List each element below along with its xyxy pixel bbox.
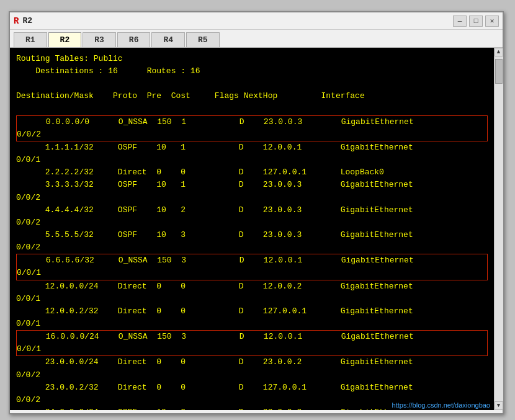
scrollbar[interactable]: ▲ ▼ (494, 48, 503, 410)
scroll-track[interactable] (495, 56, 503, 401)
table-row: 1.1.1.1/32 OSPF 10 1 D 12.0.0.1 GigabitE… (16, 141, 488, 154)
tab-r4[interactable]: R4 (151, 32, 185, 47)
col-headers: Destination/Mask Proto Pre Cost Flags Ne… (16, 90, 488, 102)
header-line1: Routing Tables: Public (16, 53, 488, 65)
terminal-wrapper: Routing Tables: Public Destinations : 16… (10, 48, 503, 410)
table-row-iface: 0/0/2 (16, 217, 488, 229)
url-bar: https://blog.csdn.net/daxiongbao (388, 400, 494, 410)
main-window: R R2 — □ ✕ R1 R2 R3 R6 R4 R5 Routing Tab… (9, 11, 504, 414)
row-group-6: 6.6.6.6/32 O_NSSA 150 3 D 12.0.0.1 Gigab… (16, 254, 488, 280)
table-row-iface: 0/0/1 (16, 154, 488, 166)
table-row: 0.0.0.0/0 O_NSSA 150 1 D 23.0.0.3 Gigabi… (17, 116, 487, 128)
tab-r6[interactable]: R6 (117, 32, 151, 47)
window-icon: R (14, 16, 19, 26)
table-row-iface: 0/0/2 (17, 128, 487, 141)
title-bar: R R2 — □ ✕ (10, 12, 503, 30)
table-row: 2.2.2.2/32 Direct 0 0 D 127.0.0.1 LoopBa… (16, 166, 488, 179)
row-group-9: 16.0.0.0/24 O_NSSA 150 3 D 12.0.0.1 Giga… (16, 330, 488, 356)
blank-line2 (16, 103, 488, 115)
tab-r1[interactable]: R1 (14, 32, 47, 47)
close-button[interactable]: ✕ (485, 16, 499, 27)
table-row-iface: 0/0/1 (17, 267, 487, 279)
scroll-thumb[interactable] (495, 59, 503, 84)
window-title: R2 (22, 16, 453, 25)
table-row: 4.4.4.4/32 OSPF 10 2 D 23.0.0.3 GigabitE… (16, 204, 488, 217)
table-row-iface: 0/0/1 (16, 293, 488, 305)
table-row: 23.0.0.2/32 Direct 0 0 D 127.0.0.1 Gigab… (16, 382, 488, 394)
header-line2: Destinations : 16 Routes : 16 (16, 65, 488, 78)
row-group-0: 0.0.0.0/0 O_NSSA 150 1 D 23.0.0.3 Gigabi… (16, 115, 488, 141)
table-row: 3.3.3.3/32 OSPF 10 1 D 23.0.0.3 GigabitE… (16, 179, 488, 191)
table-row-iface: 0/0/2 (16, 241, 488, 254)
window-controls: — □ ✕ (453, 16, 499, 27)
minimize-button[interactable]: — (453, 16, 467, 27)
table-row: 12.0.0.2/32 Direct 0 0 D 127.0.0.1 Gigab… (16, 305, 488, 318)
table-row: 12.0.0.0/24 Direct 0 0 D 12.0.0.2 Gigabi… (16, 280, 488, 293)
blank-line1 (16, 78, 488, 90)
table-row-iface: 0/0/2 (16, 369, 488, 382)
table-row: 5.5.5.5/32 OSPF 10 3 D 23.0.0.3 GigabitE… (16, 229, 488, 241)
table-row-iface: 0/0/1 (16, 318, 488, 330)
scroll-down-button[interactable]: ▼ (495, 401, 503, 410)
table-row: 23.0.0.0/24 Direct 0 0 D 23.0.0.2 Gigabi… (16, 356, 488, 369)
table-row: 16.0.0.0/24 O_NSSA 150 3 D 12.0.0.1 Giga… (17, 331, 487, 343)
table-row-iface: 0/0/1 (17, 343, 487, 355)
table-row-iface: 0/0/2 (16, 192, 488, 204)
tab-r2[interactable]: R2 (48, 32, 82, 47)
tab-r3[interactable]: R3 (83, 32, 116, 47)
scroll-up-button[interactable]: ▲ (495, 48, 503, 56)
tab-r5[interactable]: R5 (186, 32, 220, 47)
restore-button[interactable]: □ (469, 16, 483, 27)
tab-bar: R1 R2 R3 R6 R4 R5 (10, 30, 503, 48)
terminal[interactable]: Routing Tables: Public Destinations : 16… (10, 48, 494, 410)
table-row: 6.6.6.6/32 O_NSSA 150 3 D 12.0.0.1 Gigab… (17, 254, 487, 267)
